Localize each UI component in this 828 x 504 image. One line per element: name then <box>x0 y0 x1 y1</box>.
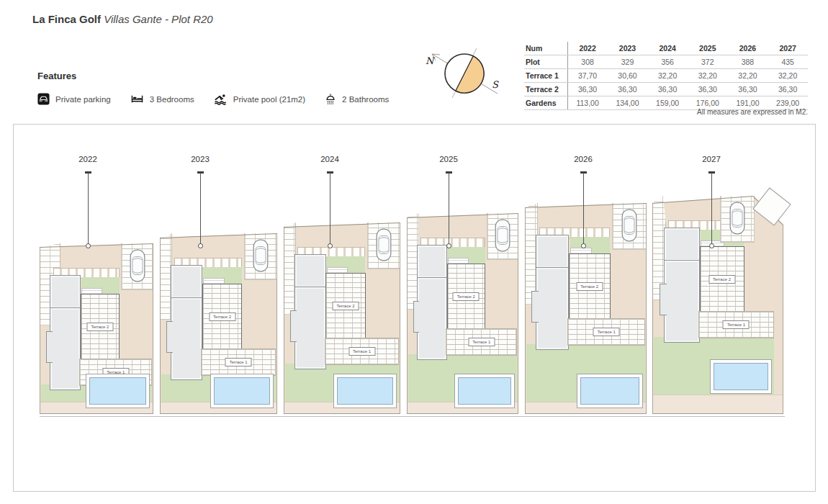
terrace-2: Terrace 2 <box>202 284 243 350</box>
leader-line <box>449 173 449 245</box>
house-side-block <box>660 284 667 315</box>
plot-edge-left <box>40 247 40 414</box>
plot-edge-left <box>525 207 526 414</box>
bed-icon <box>130 93 144 105</box>
table-cell: 36,30 <box>567 83 608 96</box>
table-cell: 372 <box>688 55 728 69</box>
table-cell: 37,70 <box>567 69 608 83</box>
car-icon <box>376 228 392 261</box>
plot-edge-right <box>153 243 153 414</box>
house-lower-block <box>171 297 202 380</box>
plot-2027: Terrace 2Terrace 1 <box>652 196 783 414</box>
table-cell: 32,20 <box>728 69 768 83</box>
plot-edge-left <box>160 238 161 414</box>
car-icon <box>495 219 510 252</box>
table-cell: 388 <box>728 55 768 69</box>
pool-water <box>214 377 270 405</box>
pool-water <box>714 363 768 390</box>
leader-dot <box>328 243 333 248</box>
plot-edge-bottom <box>40 413 153 414</box>
feature-label: Private parking <box>55 95 111 104</box>
plot-edge-right <box>783 225 783 414</box>
terrace-1: Terrace 1 <box>325 338 400 365</box>
brand-name: La Finca Golf <box>32 13 101 25</box>
house-upper-block <box>536 235 569 269</box>
pool-water <box>458 377 511 405</box>
site-plan-baseline <box>40 416 785 417</box>
pool-water <box>89 377 146 405</box>
terrace-2: Terrace 2 <box>700 246 744 312</box>
leader-dot <box>446 243 451 248</box>
leader-dot <box>198 243 203 248</box>
leader-line <box>583 173 584 245</box>
table-header-cell: Num <box>524 42 567 55</box>
house-side-block <box>413 301 420 333</box>
house-side-block <box>166 321 173 353</box>
house-lower-block <box>417 277 447 360</box>
pool <box>454 374 515 408</box>
parking-area <box>244 233 277 280</box>
plot-2023: Terrace 2Terrace 1 <box>160 233 277 414</box>
plot-edge-bottom <box>652 413 783 414</box>
feature-label: 2 Bathrooms <box>342 95 389 104</box>
car-icon <box>729 202 745 235</box>
terrace-2-label: Terrace 2 <box>708 275 735 284</box>
table-row: Plot308329356372388435 <box>524 55 808 69</box>
table-cell: 36,30 <box>768 83 808 96</box>
house-upper-block <box>294 254 326 288</box>
table-cell: 36,30 <box>647 83 688 96</box>
plot-year-label: 2026 <box>562 155 605 163</box>
terrace-1: Terrace 1 <box>446 328 517 356</box>
leader-dot <box>709 243 714 248</box>
compass-south-label: S <box>492 79 499 90</box>
page-title: La Finca Golf Villas Gante - Plot R20 <box>32 13 213 25</box>
terrace-2-label: Terrace 2 <box>453 292 480 301</box>
car-icon <box>130 249 145 282</box>
house-lower-block <box>50 307 81 390</box>
terrace-2: Terrace 2 <box>447 264 485 330</box>
parking-area <box>612 203 647 250</box>
terrace-2-label: Terrace 2 <box>576 282 603 291</box>
plot-edge-right <box>518 213 518 414</box>
features-list: Private parking3 BedroomsPrivate pool (2… <box>37 93 389 105</box>
plot-year-label: 2024 <box>308 155 351 163</box>
path-strip <box>652 395 783 414</box>
plot-year-label: 2027 <box>690 155 733 163</box>
table-header-cell: 2025 <box>688 42 728 55</box>
terrace-1: Terrace 1 <box>698 311 775 338</box>
parking-area <box>487 213 518 260</box>
pool-icon <box>214 93 228 105</box>
plot-subtitle: Villas Gante - Plot R20 <box>104 13 212 25</box>
table-header-cell: 2024 <box>647 42 688 55</box>
terrace-2-label: Terrace 2 <box>333 302 359 310</box>
terrace-1-label: Terrace 1 <box>468 338 495 346</box>
table-row-label: Plot <box>524 55 567 69</box>
plot-year-label: 2023 <box>179 155 222 163</box>
table-cell: 308 <box>567 55 608 69</box>
parking-icon <box>37 93 50 105</box>
car-icon <box>621 209 637 242</box>
table-cell: 356 <box>647 55 688 69</box>
table-cell: 329 <box>608 55 648 69</box>
plot-edge-left <box>652 203 653 414</box>
pool-water <box>580 377 639 405</box>
compass-icon: N S <box>420 40 513 107</box>
plot-edge-bottom <box>525 413 647 414</box>
table-cell: 36,30 <box>728 83 768 96</box>
parking-area <box>121 243 153 290</box>
plot-edge-right <box>276 233 277 414</box>
house-upper-block <box>417 245 447 279</box>
terrace-2: Terrace 2 <box>81 294 120 360</box>
table-cell: 435 <box>768 55 808 69</box>
table-header-cell: 2026 <box>728 42 768 55</box>
house-upper-block <box>664 228 699 261</box>
plot-2025: Terrace 2Terrace 1 <box>407 213 518 414</box>
table-header-cell: 2022 <box>567 42 608 55</box>
table-cell: 32,20 <box>768 69 808 83</box>
terrace-1-label: Terrace 1 <box>225 358 252 366</box>
measurements-note: All measures are expressed in M2. <box>524 108 808 116</box>
feature-item: 2 Bathrooms <box>325 93 389 105</box>
table-row: Terrace 137,7030,6032,2032,2032,2032,20 <box>524 69 808 83</box>
leader-line <box>200 173 201 245</box>
plot-edge-left <box>407 217 408 414</box>
